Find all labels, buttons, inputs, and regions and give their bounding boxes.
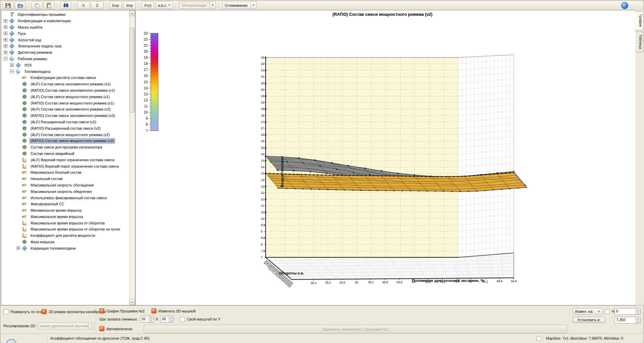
scrollbar-thumb[interactable] [130,28,135,113]
tab-tablitsa[interactable]: Таблица [635,32,644,52]
tree-item[interactable]: T 457 (RATIO) Состав смеси экономичного … [1,113,130,119]
app-window: X Z Exp Imp F(x) a,b,c ▼ Интерполяция ▼ … [0,0,644,343]
set-to-button[interactable]: Установить в: [573,317,605,323]
tree-expander[interactable] [4,38,7,42]
edit-3d-mouse-label[interactable]: Изменять 3D мышкой [158,309,196,313]
tree-item-label: Максимальная скорость обогащения [30,182,95,187]
smoothing-combo[interactable]: Сглаживание ▼ [222,1,257,9]
tree-item[interactable]: T 457 Рабочие режимы [1,56,130,62]
tree-item[interactable]: T 457 Конфигурация и комплектация [1,18,130,24]
fx-button[interactable]: F(x) [142,1,154,9]
tree-expander[interactable] [16,246,20,250]
scroll-up-icon[interactable]: ▲ [130,10,135,16]
expand-axes-label[interactable]: Развернуть по осям [10,310,45,314]
tree-item[interactable]: T 457 (ALF) Состав смеси экономичного ре… [1,81,130,87]
tree-item[interactable]: T 457 (ALF) Состав смеси мощностного реж… [1,93,130,100]
tree-item[interactable]: T 457 (RATIO) Состав смеси мощностного р… [1,100,130,106]
tree-item[interactable]: T 457 (RATIO) Состав смеси мощностного р… [1,138,130,144]
tree-expander[interactable] [10,70,14,73]
spinner-arrows-icon[interactable]: ▲▼ [169,316,174,322]
tree-item[interactable]: T 457 Состав смеси для прогрева катализа… [1,144,130,151]
export-button[interactable]: Exp [109,1,122,9]
view-3d-checkbox[interactable] [42,309,47,314]
paste-button[interactable] [44,1,54,9]
edit-3d-mouse-checkbox[interactable] [151,308,156,313]
axis-x-button[interactable]: X [77,1,90,9]
tree-item[interactable]: T 457 Маска ошибок [1,24,130,31]
adjacent-step-x-stepper[interactable]: 32 ▲▼ [140,316,154,323]
surface-3d-chart[interactable]: 22,52221,52120,52019,51918,51817,51716,5… [136,10,635,304]
percent-checkbox[interactable] [605,309,610,314]
tree-item[interactable]: T 457 Максимальная скорость обеднения [1,188,130,195]
adjacent-step-y-stepper[interactable]: 32 ▲▼ [160,316,174,323]
tree-item[interactable]: T 457 Минимальное время впрыска [1,207,130,214]
interpolation-combo[interactable]: Интерполяция ▼ [179,1,216,9]
status-checkbox[interactable] [537,336,541,341]
tree-item[interactable]: T 457 Фаза впрыска [1,239,130,245]
change-value-stepper[interactable]: 0 ▲▼ [614,308,641,315]
tab-grafik[interactable]: График [635,11,644,30]
auto-apply-label[interactable]: Автоматически [106,327,132,331]
tree-item[interactable]: T 457 Фиксированный СС [1,201,130,207]
tree-item[interactable]: T 457 (RATIO) Состав смеси экономичного … [1,87,130,94]
firmware2-options-group: График Прошивки №2 Изменять 3D мышкой Ша… [97,306,570,334]
open-button[interactable] [15,1,26,9]
tree-item[interactable]: T 457 Коэффициент для расчёта мощности [1,232,130,239]
tree-item[interactable]: T 457 (ALF) Состав смеси мощностного реж… [1,131,130,138]
tree-expander[interactable] [4,19,7,23]
tree-item[interactable]: T 457 Топливоподача [1,68,130,75]
search-button[interactable] [60,1,71,9]
set-value-stepper[interactable]: 7,350 ▲▼ [614,317,641,324]
change-by-combo[interactable]: Измен. на: ▼ [573,308,603,315]
abc-button[interactable]: a,b,c ▼ [155,1,173,9]
tree-item[interactable]: T 457 (ALF) Верхний порог ограничения со… [1,157,130,163]
tree-expander[interactable] [10,63,14,67]
spinner-arrows-icon[interactable]: ▲▼ [89,323,94,329]
tree-item[interactable]: T 457 Начальный состав [1,176,130,182]
apply-to-firmware1-button[interactable]: Применить изменения к Прошивки №1 [144,325,567,333]
regulation-2d-combo[interactable]: жение дроссельной заслонки, % 20 ▲▼ [38,323,94,329]
tree-expander[interactable] [4,25,7,29]
axis-z-button[interactable]: Z [91,1,103,9]
import-button[interactable]: Imp [123,1,136,9]
tree-item[interactable]: T 457 Максимально богатый состав [1,169,130,176]
spinner-arrows-icon[interactable]: ▲▼ [635,308,640,314]
expand-axes-checkbox[interactable] [3,309,8,314]
help-icon[interactable] [621,2,628,9]
firmware2-graph-label[interactable]: График Прошивки №2 [106,309,145,313]
tree-item[interactable]: T 457 Максимальное время впрыска от обор… [1,226,130,232]
chevron-down-icon[interactable]: ▼ [251,1,257,9]
own-y-scale-label[interactable]: Свой масштаб по Y [187,317,221,321]
tree-item[interactable]: T 457 Состав смеси аварийный [1,151,130,157]
tree-item[interactable]: T 457 (ALF) Состав смеси экономичного ре… [1,106,130,113]
spinner-arrows-icon[interactable]: ▲▼ [148,316,153,322]
tree-item[interactable]: T 457 Конфигурация расчёта состава смеси [1,75,130,81]
tree-item[interactable]: T 457 Максимальное время впрыска [1,214,130,220]
tree-item[interactable]: T 457 Использовать фиксированный состав … [1,195,130,201]
spinner-arrows-icon[interactable]: ▲▼ [635,317,640,323]
tree-item[interactable]: T 457 (RATIO) Верхний порог ограничения … [1,163,130,169]
firmware2-graph-checkbox[interactable] [99,308,104,313]
tree-item[interactable]: T 457 УОЗ [1,62,130,68]
tree-item[interactable]: T 457 Максимальная скорость обогащения [1,182,130,188]
tree-item[interactable]: T 457 Идентификаторы прошивки [1,11,130,18]
tree-item[interactable]: T 457 Электронная педаль газа [1,43,130,49]
tree-expander[interactable] [4,44,7,48]
chevron-down-icon[interactable]: ▼ [210,1,216,9]
tree-expander[interactable] [4,57,7,60]
tree-item[interactable]: T 457 Пуск [1,30,130,37]
tree-item[interactable]: T 457 Коррекция топливоподачи [1,245,130,251]
tree-item[interactable]: T 457 Холостой ход [1,37,130,43]
tree-expander[interactable] [4,51,7,54]
tree-scrollbar[interactable]: ▲ ▼ [129,10,135,305]
scroll-down-icon[interactable]: ▼ [130,299,135,305]
save-button[interactable] [3,1,13,9]
copy-button[interactable] [32,1,42,9]
tree-item[interactable]: T 457 Максимальное время впрыска от обор… [1,220,130,226]
tree-item[interactable]: T 457 (RATIO) Расширенный состав смеси (… [1,125,130,131]
tree-item[interactable]: T 457 Диспетчер режимов [1,49,130,56]
tree-expander[interactable] [4,32,7,35]
own-y-scale-checkbox[interactable] [180,317,185,322]
tree-item[interactable]: T 457 (ALF) Расширенный состав смеси (v2… [1,119,130,125]
auto-apply-checkbox[interactable] [99,326,104,331]
